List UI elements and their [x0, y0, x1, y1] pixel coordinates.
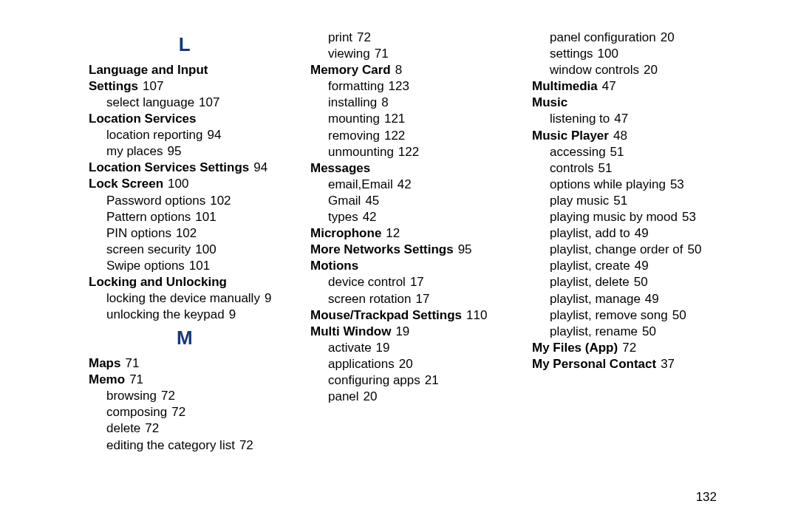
index-subentry-label: playlist, change order of	[550, 242, 683, 256]
index-subentry-label: browsing	[106, 389, 157, 403]
index-subentry-label: panel	[328, 389, 359, 403]
index-topic: Multimedia47	[532, 78, 724, 95]
index-subentry: playlist, change order of50	[550, 242, 724, 258]
index-subentry: viewing71	[328, 46, 502, 62]
index-page-ref: 51	[610, 145, 624, 159]
index-subentry: applications20	[328, 356, 502, 372]
index-subentry-label: device control	[328, 275, 406, 289]
index-page-ref: 19	[395, 324, 409, 338]
index-page-ref: 121	[384, 112, 405, 126]
index-page-ref: 71	[129, 372, 143, 386]
index-columns: LLanguage and Input Settings107select la…	[89, 30, 724, 454]
index-subentry: mounting121	[328, 111, 502, 127]
index-topic: Motions	[310, 258, 502, 274]
index-page-ref: 107	[143, 79, 163, 93]
index-subentry-label: window controls	[550, 63, 639, 77]
index-page-ref: 47	[614, 112, 628, 126]
index-subentry: email,Email42	[328, 177, 502, 193]
index-page-ref: 102	[210, 194, 231, 208]
index-subentry: screen security100	[106, 242, 281, 258]
index-subentry-label: Swipe options	[106, 259, 185, 273]
index-subentry-label: activate	[328, 341, 372, 355]
index-page-ref: 37	[661, 357, 675, 371]
index-page-ref: 17	[415, 292, 429, 306]
index-topic-label: Microphone	[310, 226, 381, 240]
index-subentry: options while playing53	[550, 177, 724, 193]
index-subentry: playlist, rename50	[550, 324, 724, 340]
index-page-ref: 53	[670, 177, 684, 191]
index-subentry-label: unlocking the keypad	[106, 307, 225, 321]
index-page-ref: 94	[253, 160, 267, 174]
index-topic-label: Memory Card	[310, 63, 391, 77]
index-page-ref: 9	[229, 307, 236, 321]
index-page-ref: 51	[613, 194, 627, 208]
index-subentry-label: unmounting	[328, 145, 394, 159]
index-subentry: activate19	[328, 340, 502, 356]
index-topic-label: Multi Window	[310, 324, 391, 338]
index-page-ref: 72	[171, 405, 185, 419]
index-topic: Language and Input Settings107	[89, 62, 281, 95]
index-page-ref: 72	[161, 389, 175, 403]
index-page-ref: 42	[398, 177, 412, 191]
index-subentry-label: playlist, remove song	[550, 308, 668, 322]
index-subentry-label: play music	[550, 194, 609, 208]
index-subentry-label: screen rotation	[328, 292, 411, 306]
index-subentry-label: mounting	[328, 112, 380, 126]
index-topic-label: Music Player	[532, 129, 609, 143]
index-subentry: window controls20	[550, 62, 724, 78]
index-subentry: types42	[328, 209, 502, 225]
index-page-ref: 20	[399, 357, 413, 371]
index-subentry: playlist, remove song50	[550, 307, 724, 324]
index-page-ref: 95	[458, 242, 472, 256]
index-topic-label: Memo	[89, 372, 125, 386]
index-subentry: settings100	[550, 46, 724, 62]
index-subentry: playlist, create49	[550, 258, 724, 274]
index-topic: My Files (App)72	[532, 340, 724, 356]
index-column: LLanguage and Input Settings107select la…	[89, 30, 281, 454]
index-page-ref: 53	[682, 210, 696, 224]
index-subentry-label: Pattern options	[106, 210, 191, 224]
index-subentry: panel configuration20	[550, 30, 724, 46]
index-topic-label: More Networks Settings	[310, 242, 454, 256]
index-page-ref: 50	[634, 275, 648, 289]
index-page-ref: 9	[265, 291, 271, 305]
index-page-ref: 12	[386, 226, 400, 240]
index-topic: Lock Screen100	[89, 176, 281, 192]
index-topic-label: Location Services Settings	[89, 160, 249, 174]
index-page-ref: 100	[598, 47, 618, 61]
index-topic-label: Messages	[310, 161, 370, 175]
index-page-ref: 20	[661, 30, 675, 44]
index-subentry-label: select language	[106, 95, 194, 109]
index-topic: Microphone12	[310, 225, 502, 242]
index-subentry: play music51	[550, 193, 724, 209]
index-subentry: print72	[328, 30, 502, 46]
index-topic-label: Location Services	[89, 112, 197, 126]
index-page-ref: 42	[363, 210, 377, 224]
index-subentry: panel20	[328, 389, 502, 405]
index-page-ref: 72	[145, 421, 159, 435]
index-subentry-label: viewing	[328, 47, 370, 61]
index-subentry-label: playlist, rename	[550, 324, 638, 338]
page-number: 132	[696, 489, 717, 505]
index-topic-label: My Files (App)	[532, 341, 618, 355]
index-page-ref: 51	[598, 161, 613, 175]
index-subentry-label: accessing	[550, 145, 606, 159]
index-column: panel configuration20settings100window c…	[532, 30, 724, 454]
index-topic-label: Locking and Unlocking	[89, 275, 227, 289]
index-page-ref: 50	[672, 308, 686, 322]
index-subentry: unlocking the keypad9	[106, 307, 281, 323]
index-page-ref: 107	[199, 95, 219, 109]
index-subentry-label: print	[328, 30, 352, 44]
index-topic: My Personal Contact37	[532, 356, 724, 372]
index-page-ref: 48	[613, 129, 627, 143]
index-subentry-label: location reporting	[106, 128, 202, 142]
index-page-ref: 50	[688, 242, 702, 256]
index-subentry: screen rotation17	[328, 291, 502, 307]
index-subentry-label: options while playing	[550, 177, 666, 191]
index-page-ref: 49	[645, 292, 659, 306]
index-subentry-label: listening to	[550, 112, 610, 126]
index-subentry: unmounting122	[328, 144, 502, 160]
index-subentry-label: configuring apps	[328, 373, 420, 387]
index-subentry: delete72	[106, 420, 281, 437]
index-subentry-label: controls	[550, 161, 594, 175]
